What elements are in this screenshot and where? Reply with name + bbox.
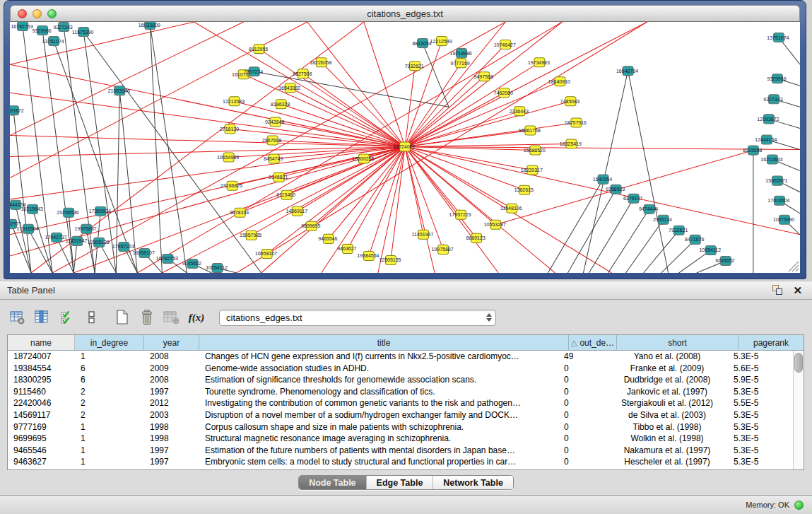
graph-node-yellow[interactable]: 9463627 [337,244,356,253]
tab-node-table[interactable]: Node Table [299,476,366,489]
column-header-pagerank[interactable]: pagerank [739,335,804,350]
graph-node-yellow[interactable]: 8454749 [264,154,283,163]
graph-node-yellow[interactable]: 16958107 [255,249,277,258]
show-column-button[interactable] [33,308,52,327]
graph-node-yellow[interactable]: 15688520 [524,146,546,155]
graph-node-teal[interactable]: 11675390 [773,215,795,224]
graph-node-yellow[interactable]: 14569117 [286,206,307,216]
graph-node-yellow[interactable]: 9465546 [318,234,337,243]
function-builder-button[interactable]: f(x) [187,308,206,327]
column-header-name[interactable]: name [8,335,75,350]
column-header-year[interactable]: year [144,335,199,350]
graph-node-teal[interactable]: 13751074 [42,37,64,46]
table-row[interactable]: 969969511998Structural magnetic resonanc… [8,433,793,445]
graph-node-yellow[interactable]: 16961758 [519,126,541,135]
table-row[interactable]: 2242004622012Investigating the contribut… [8,397,793,409]
graph-node-teal[interactable]: 16648784 [616,66,638,76]
close-window-icon[interactable] [18,9,27,18]
graph-node-teal[interactable]: 9227343 [763,95,782,104]
table-row[interactable]: 1872400712008Changes of HCN gene express… [8,351,793,363]
graph-node-teal[interactable]: 16033809 [139,22,160,30]
close-panel-icon[interactable]: ✕ [793,285,802,296]
graph-node-yellow[interactable]: 18300295 [352,154,374,163]
graph-node-teal[interactable]: 2935114 [653,215,672,224]
graph-node-yellow[interactable]: 10654985 [217,153,239,162]
memory-ok-icon[interactable] [794,501,804,510]
graph-node-teal[interactable]: 11675390 [72,28,94,37]
table-settings-button[interactable] [8,308,27,327]
graph-node-teal[interactable]: 10654112 [699,245,721,255]
row-height-button[interactable] [83,308,101,327]
graph-node-yellow[interactable]: 11451947 [412,230,434,239]
graph-node-teal[interactable]: 1640954 [593,175,612,184]
graph-node-yellow[interactable]: 12505135 [379,255,401,264]
graph-node-teal[interactable]: 16782753 [156,254,178,263]
graph-node-teal[interactable]: 7932621 [669,226,688,235]
graph-node-teal[interactable]: 9227343 [54,23,73,32]
graph-node-yellow[interactable]: 2336443 [510,107,529,116]
graph-node-teal[interactable]: 12444154 [755,135,777,144]
graph-node-yellow[interactable]: 15957985 [240,230,261,240]
graph-node-teal[interactable]: 19218986 [450,49,472,58]
graph-node-teal[interactable]: 12093872 [10,106,24,115]
import-table-button[interactable] [163,308,181,327]
network-window-titlebar[interactable]: citations_edges.txt [10,5,800,22]
graph-node-teal[interactable]: 9358923 [606,185,625,194]
graph-node-yellow[interactable]: 18325419 [560,139,582,148]
graph-node-yellow[interactable]: 18226058 [310,58,331,67]
column-header-out-degree[interactable]: △ out_de… [569,335,617,350]
zoom-window-icon[interactable] [47,9,57,18]
float-panel-icon[interactable] [772,285,783,296]
graph-node-teal[interactable]: 9329966 [767,74,786,83]
minimize-window-icon[interactable] [33,9,42,18]
scrollbar-thumb[interactable] [794,353,803,373]
graph-node-teal[interactable]: 17957223 [112,242,134,251]
graph-node-yellow[interactable]: 8186328 [271,100,290,109]
tab-edge-table[interactable]: Edge Table [367,476,434,489]
graph-node-teal[interactable]: 9329966 [32,26,51,35]
graph-node-teal[interactable]: 8471676 [685,235,704,244]
column-header-title[interactable]: title [199,335,569,350]
select-rows-button[interactable] [58,308,76,327]
graph-node-teal[interactable]: 8215958 [743,146,762,155]
graph-node-yellow[interactable]: 9678334 [230,208,249,217]
graph-node-yellow[interactable]: 17957223 [449,210,471,219]
graph-node-yellow[interactable]: 19734983 [528,58,550,67]
graph-node-yellow[interactable]: 10746427 [494,40,516,49]
graph-node-teal[interactable]: 17016504 [767,196,789,205]
table-row[interactable]: 946362711997Embryonic stem cells: a mode… [8,456,793,468]
table-select-dropdown[interactable]: citations_edges.txt [219,310,496,326]
graph-node-yellow[interactable]: 9242848 [265,117,284,127]
resize-grip-icon[interactable] [789,262,799,271]
network-canvas[interactable]: 1872400718226058982750816543382818632892… [10,22,800,273]
table-row[interactable]: 977716911998Corpus callosum shape and si… [8,421,793,433]
graph-node-yellow[interactable]: 7485083 [560,97,579,106]
table-row[interactable]: 911546021997Tourette syndrome. Phenomeno… [8,386,793,398]
graph-node-yellow[interactable]: 9699695 [301,221,320,230]
tab-network-table[interactable]: Network Table [433,476,513,489]
graph-node-yellow[interactable]: 8860123 [466,233,486,243]
graph-node-teal[interactable]: 20206536 [57,208,79,217]
graph-node-yellow[interactable]: 10553287 [484,220,506,229]
column-header-in-degree[interactable]: in_degree [75,335,144,350]
graph-node-teal[interactable]: 12093872 [757,115,779,124]
graph-node-yellow[interactable]: 2718120 [220,124,239,134]
graph-node-yellow[interactable]: 1362615 [514,185,534,194]
graph-node-teal[interactable]: 10654112 [206,263,228,272]
table-row[interactable]: 946554611997Estimation of the future num… [8,445,793,457]
graph-node-teal[interactable]: 16782753 [11,22,33,31]
graph-node-teal[interactable]: 8813054 [412,39,431,48]
graph-node-yellow[interactable]: 19166825 [220,181,242,190]
table-scrollbar[interactable] [793,351,804,469]
create-column-button[interactable] [113,308,131,327]
graph-node-teal[interactable]: 6379197 [623,194,642,203]
column-header-short[interactable]: short [617,335,739,350]
graph-node-teal[interactable]: 21053346 [108,86,130,95]
graph-node-yellow[interactable]: 19975887 [432,245,454,254]
graph-node-yellow[interactable]: 9777169 [451,59,470,68]
table-row[interactable]: 1456911722003Disruption of a novel membe… [8,409,793,421]
table-row[interactable]: 1830029562008Estimation of significance … [8,374,793,386]
graph-node-yellow[interactable]: 8912955 [249,45,268,54]
graph-node-yellow[interactable]: 9827508 [293,69,312,78]
delete-column-button[interactable] [138,308,156,327]
